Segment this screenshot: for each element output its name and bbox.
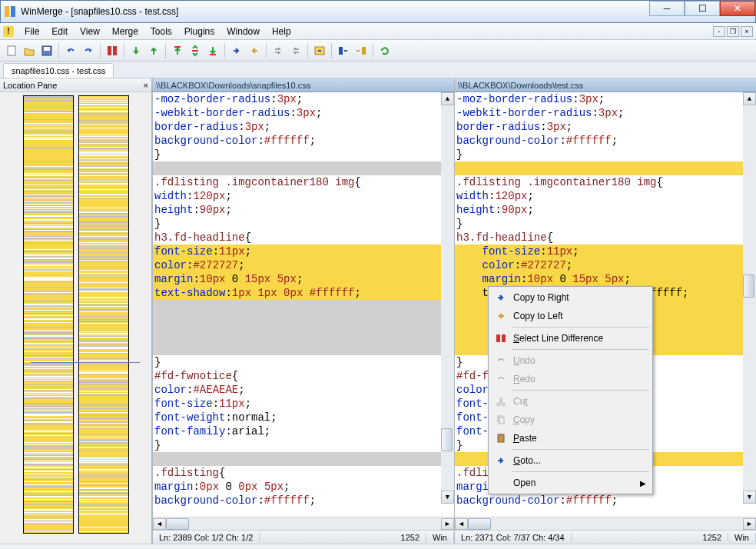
code-line[interactable]: background-color:#ffffff;	[455, 494, 756, 507]
code-line[interactable]: color:#AEAEAE;	[153, 383, 454, 397]
code-line[interactable]: border-radius:3px;	[153, 120, 454, 134]
location-column-right[interactable]	[78, 95, 129, 534]
code-line[interactable]: }	[153, 355, 454, 369]
tb-copy-right-next[interactable]	[270, 42, 287, 59]
tb-copy-right[interactable]	[228, 42, 245, 59]
right-vscrollbar[interactable]: ▲▼	[743, 92, 756, 504]
code-line[interactable]: -webkit-border-radius:3px;	[455, 106, 756, 120]
svg-rect-5	[108, 46, 111, 55]
code-line[interactable]: color:#272727;	[455, 258, 756, 272]
code-line[interactable]: -moz-border-radius:3px;	[455, 92, 756, 106]
menu-file[interactable]: File	[18, 24, 45, 39]
code-line[interactable]: -moz-border-radius:3px;	[153, 92, 454, 106]
ctx-select-line-diff[interactable]: Select Line Difference	[490, 329, 651, 348]
code-line[interactable]: background-color:#ffffff;	[455, 134, 756, 148]
code-line[interactable]: h3.fd-headline{	[153, 231, 454, 245]
code-line[interactable]: font-size:11px;	[153, 245, 454, 258]
ctx-copy-left[interactable]: Copy to Left	[490, 307, 651, 325]
left-code-area[interactable]: -moz-border-radius:3px;-webkit-border-ra…	[153, 92, 454, 517]
code-line[interactable]: border-radius:3px;	[455, 120, 756, 134]
menu-help[interactable]: Help	[266, 24, 297, 39]
tb-merge-right[interactable]	[335, 42, 352, 59]
code-line[interactable]: }	[455, 148, 756, 161]
tb-prev-diff[interactable]	[145, 42, 162, 59]
minimize-button[interactable]: ─	[649, 1, 685, 16]
code-line[interactable]: .fdlisting{	[153, 466, 454, 480]
right-hscrollbar[interactable]: ◄►	[455, 517, 756, 530]
code-line[interactable]	[153, 452, 454, 466]
code-line[interactable]: background-color:#ffffff;	[153, 134, 454, 148]
code-line[interactable]	[153, 300, 454, 314]
tb-undo[interactable]	[62, 42, 79, 59]
tb-copy-left-next[interactable]	[287, 42, 304, 59]
code-line[interactable]: font-size:11px;	[153, 397, 454, 411]
code-line[interactable]: }	[153, 217, 454, 231]
code-line[interactable]: #fd-fwnotice{	[153, 369, 454, 383]
tb-save[interactable]	[38, 42, 55, 59]
ctx-copy-right[interactable]: Copy to Right	[490, 288, 651, 307]
code-line[interactable]: width:120px;	[153, 189, 454, 203]
code-line[interactable]	[153, 341, 454, 355]
left-pane: \\BLACKBOX\Downloads\snapfiles10.css -mo…	[152, 78, 454, 544]
menu-plugins[interactable]: Plugins	[178, 24, 220, 39]
tb-first-diff[interactable]	[169, 42, 186, 59]
code-line[interactable]: .fdlisting .imgcontainer180 img{	[455, 175, 756, 189]
menu-merge[interactable]: Merge	[106, 24, 144, 39]
code-line[interactable]: height:90px;	[455, 203, 756, 217]
code-line[interactable]	[455, 161, 756, 175]
undo-icon	[495, 354, 507, 367]
code-line[interactable]: margin:0px 0 0px 5px;	[153, 480, 454, 494]
document-tab[interactable]: snapfiles10.css - test.css	[3, 63, 114, 78]
menu-edit[interactable]: Edit	[45, 24, 74, 39]
code-line[interactable]: height:90px;	[153, 203, 454, 217]
tb-merge-left[interactable]	[353, 42, 370, 59]
left-hscrollbar[interactable]: ◄►	[153, 517, 454, 530]
maximize-button[interactable]: ☐	[685, 1, 720, 16]
mdi-minimize[interactable]: -	[713, 26, 725, 37]
goto-icon	[495, 454, 507, 467]
tb-copy-left[interactable]	[246, 42, 263, 59]
code-line[interactable]: text-shadow:1px 1px 0px #ffffff;	[153, 286, 454, 300]
location-pane-close[interactable]: ×	[144, 81, 148, 90]
menu-window[interactable]: Window	[220, 24, 266, 39]
code-line[interactable]: font-weight:normal;	[153, 411, 454, 424]
tb-refresh[interactable]	[376, 42, 393, 59]
code-line[interactable]	[153, 161, 454, 175]
tb-open[interactable]	[21, 42, 38, 59]
ctx-open[interactable]: Open▶	[490, 474, 651, 492]
code-line[interactable]: }	[455, 217, 756, 231]
code-line[interactable]: font-family:arial;	[153, 424, 454, 438]
code-line[interactable]	[153, 314, 454, 328]
code-line[interactable]: .fdlisting .imgcontainer180 img{	[153, 175, 454, 189]
code-line[interactable]: }	[153, 438, 454, 452]
ctx-paste[interactable]: Paste	[490, 429, 651, 448]
tabbar: snapfiles10.css - test.css	[0, 62, 756, 78]
code-line[interactable]: margin:10px 0 15px 5px;	[455, 272, 756, 286]
code-line[interactable]: color:#272727;	[153, 258, 454, 272]
close-button[interactable]: ✕	[720, 1, 755, 16]
tb-new[interactable]	[3, 42, 20, 59]
menu-view[interactable]: View	[74, 24, 106, 39]
menu-tools[interactable]: Tools	[144, 24, 178, 39]
tb-diff-pane[interactable]	[104, 42, 121, 59]
warning-icon[interactable]: !	[3, 26, 14, 37]
code-line[interactable]: h3.fd-headline{	[455, 231, 756, 245]
mdi-restore[interactable]: ❐	[727, 26, 739, 37]
code-line[interactable]: background-color:#ffffff;	[153, 494, 454, 507]
svg-rect-12	[362, 47, 366, 55]
location-column-left[interactable]	[23, 95, 74, 534]
tb-redo[interactable]	[80, 42, 97, 59]
code-line[interactable]: }	[153, 148, 454, 161]
tb-all-right[interactable]	[311, 42, 328, 59]
tb-last-diff[interactable]	[204, 42, 221, 59]
tb-next-diff[interactable]	[128, 42, 144, 59]
code-line[interactable]: font-size:11px;	[455, 245, 756, 258]
code-line[interactable]	[153, 328, 454, 341]
ctx-goto[interactable]: Goto...	[490, 451, 651, 470]
tb-curr-diff[interactable]	[187, 42, 204, 59]
mdi-close[interactable]: ×	[741, 26, 753, 37]
code-line[interactable]: width:120px;	[455, 189, 756, 203]
code-line[interactable]: -webkit-border-radius:3px;	[153, 106, 454, 120]
left-vscrollbar[interactable]: ▲▼	[441, 92, 454, 504]
code-line[interactable]: margin:10px 0 15px 5px;	[153, 272, 454, 286]
